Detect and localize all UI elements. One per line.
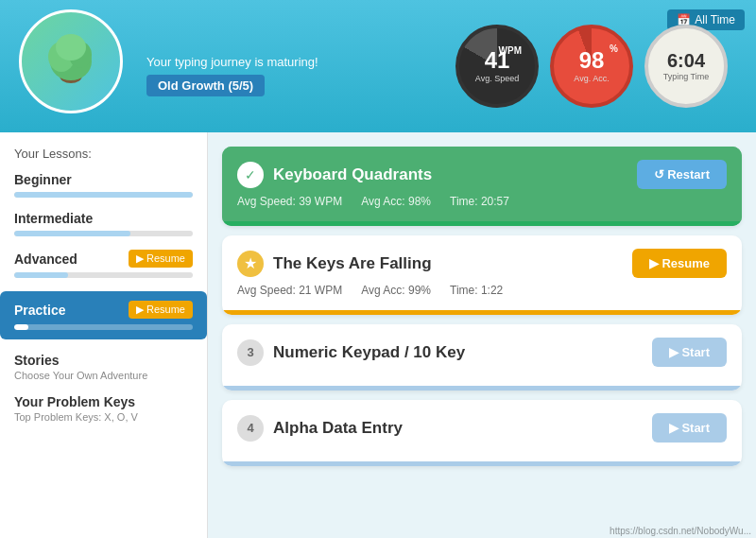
advanced-label: Advanced	[14, 252, 77, 267]
lesson-2-progress	[222, 310, 742, 315]
lesson-3-title: Numeric Keypad / 10 Key	[273, 343, 465, 362]
lesson-card-4: 4 Alpha Data Entry ▶ Start	[222, 400, 742, 466]
practice-progress-fill	[14, 324, 28, 330]
lesson-3-start-button[interactable]: ▶ Start	[652, 338, 727, 367]
sidebar-item-practice: Practice ▶ Resume	[0, 291, 207, 339]
sidebar-item-advanced: Advanced ▶ Resume	[14, 250, 193, 278]
acc-value: 98	[579, 49, 605, 72]
stories-title: Stories	[14, 353, 193, 368]
sidebar-item-intermediate: Intermediate	[14, 211, 193, 236]
lesson-2-title: The Keys Are Falling	[273, 254, 432, 273]
lesson-3-progress	[222, 386, 742, 390]
svg-point-4	[56, 34, 86, 61]
wpm-unit: WPM	[499, 45, 522, 56]
practice-resume-button[interactable]: ▶ Resume	[129, 301, 193, 319]
lesson-3-number: 3	[237, 339, 264, 366]
beginner-progress-fill	[14, 192, 193, 198]
lesson-4-progress	[222, 461, 742, 466]
header: 📅 All Time Your typing journey is maturi…	[0, 0, 756, 132]
beginner-label: Beginner	[14, 172, 72, 187]
sidebar-item-problem-keys[interactable]: Your Problem Keys Top Problem Keys: X, O…	[14, 394, 193, 423]
main-layout: Your Lessons: Beginner Intermediate Adva…	[0, 132, 756, 538]
wpm-stat: WPM 41 Avg. Speed	[455, 25, 539, 108]
lesson-4-number: 4	[237, 415, 264, 442]
journey-text: Your typing journey is maturing!	[146, 55, 455, 69]
practice-progress-bg	[14, 324, 193, 330]
wpm-label: Avg. Speed	[475, 74, 519, 83]
lesson-4-title: Alpha Data Entry	[273, 419, 403, 438]
lesson-1-title: Keyboard Quadrants	[273, 165, 432, 184]
sidebar-item-stories[interactable]: Stories Choose Your Own Adventure	[14, 353, 193, 381]
sidebar-title: Your Lessons:	[14, 147, 193, 161]
beginner-progress-bg	[14, 192, 193, 198]
stats-container: WPM 41 Avg. Speed % 98 Avg. Acc. 6:04 Ty…	[455, 25, 737, 108]
lesson-card-3: 3 Numeric Keypad / 10 Key ▶ Start	[222, 324, 742, 390]
lesson-1-stats: Avg Speed: 39 WPM Avg Acc: 98% Time: 20:…	[237, 195, 727, 208]
advanced-resume-button[interactable]: ▶ Resume	[129, 250, 193, 268]
lesson-card-1: ✓ Keyboard Quadrants ↺ Restart Avg Speed…	[222, 147, 742, 226]
sidebar-item-beginner: Beginner	[14, 172, 193, 198]
time-value: 6:04	[667, 51, 705, 70]
lessons-content: ✓ Keyboard Quadrants ↺ Restart Avg Speed…	[208, 132, 756, 538]
lesson-4-start-button[interactable]: ▶ Start	[652, 413, 727, 443]
lesson-2-resume-button[interactable]: ▶ Resume	[632, 249, 727, 278]
tree-icon	[33, 24, 109, 99]
practice-label: Practice	[14, 303, 65, 318]
stories-subtitle: Choose Your Own Adventure	[14, 370, 193, 381]
avatar	[19, 9, 132, 123]
intermediate-progress-bg	[14, 231, 193, 236]
intermediate-progress-fill	[14, 231, 130, 236]
completed-icon: ✓	[237, 162, 264, 188]
problem-keys-title: Your Problem Keys	[14, 394, 193, 409]
advanced-progress-bg	[14, 272, 193, 278]
sidebar: Your Lessons: Beginner Intermediate Adva…	[0, 132, 208, 538]
intermediate-label: Intermediate	[14, 211, 93, 226]
header-info: Your typing journey is maturing! Old Gro…	[132, 36, 455, 96]
star-icon: ★	[237, 251, 264, 277]
advanced-progress-fill	[14, 272, 68, 278]
lesson-card-2: ★ The Keys Are Falling ▶ Resume Avg Spee…	[222, 235, 742, 315]
time-stat: 6:04 Typing Time	[644, 25, 728, 108]
acc-stat: % 98 Avg. Acc.	[550, 25, 633, 108]
acc-unit: %	[610, 43, 618, 54]
lesson-1-restart-button[interactable]: ↺ Restart	[637, 160, 727, 189]
lesson-1-progress	[222, 221, 742, 226]
lesson-2-stats: Avg Speed: 21 WPM Avg Acc: 99% Time: 1:2…	[237, 284, 727, 297]
problem-keys-subtitle: Top Problem Keys: X, O, V	[14, 411, 193, 423]
acc-label: Avg. Acc.	[574, 74, 609, 83]
time-label: Typing Time	[663, 72, 710, 81]
progress-label: Old Growth (5/5)	[146, 75, 265, 96]
